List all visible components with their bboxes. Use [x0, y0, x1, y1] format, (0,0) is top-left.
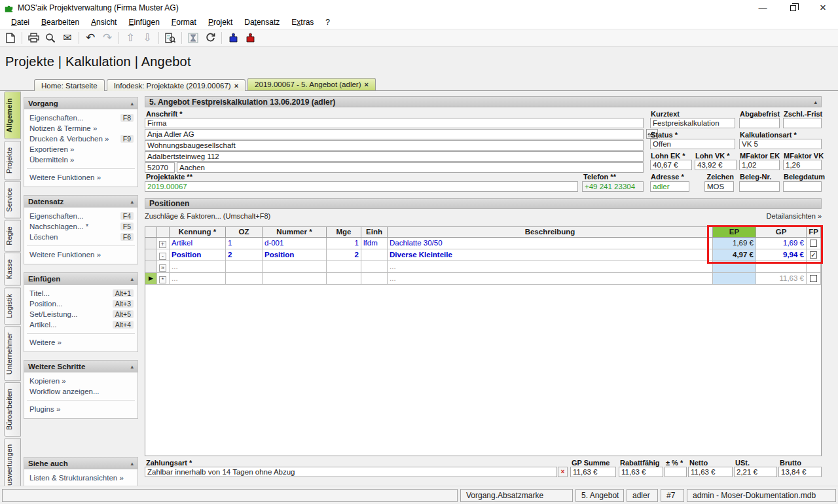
- current-row-marker[interactable]: ▶: [145, 273, 157, 285]
- menu-datensatz[interactable]: Datensatz: [238, 16, 285, 28]
- panel-datensatz-header[interactable]: Datensatz ▴: [24, 196, 137, 207]
- sidebar-item-notizen-termine[interactable]: Notizen & Termine »: [29, 123, 134, 134]
- menu-projekt[interactable]: Projekt: [202, 16, 238, 28]
- collapse-icon[interactable]: ▴: [130, 276, 134, 282]
- panel-siehe-auch-header[interactable]: Siehe auch ▴: [24, 458, 137, 469]
- redo-icon[interactable]: ↷: [100, 31, 115, 45]
- cell-beschreibung[interactable]: Diverse Kleinteile: [388, 249, 713, 261]
- cell-einh[interactable]: lfdm: [361, 238, 388, 249]
- brutto-field[interactable]: 13,84 €: [778, 467, 822, 477]
- rabattfaehig-field[interactable]: 11,63 €: [619, 467, 663, 477]
- cell-nummer[interactable]: [263, 273, 327, 285]
- zeichen-field[interactable]: MOS: [704, 181, 734, 192]
- cell-oz[interactable]: [226, 273, 263, 285]
- vtab-unternehmer[interactable]: Unternehmer: [4, 326, 21, 381]
- vtab-projekte[interactable]: Projekte: [4, 141, 21, 180]
- cell-ep[interactable]: 1,69 €: [713, 238, 756, 249]
- tab-close-icon[interactable]: ×: [365, 81, 369, 88]
- sidebar-item-eigenschaften-datensatz[interactable]: Eigenschaften...F4: [29, 211, 134, 221]
- cell-mge[interactable]: [327, 261, 361, 273]
- minimize-button[interactable]: —: [748, 0, 778, 16]
- cell-beschreibung[interactable]: Dachlatte 30/50: [388, 238, 713, 249]
- sidebar-item-loeschen[interactable]: LöschenF6: [29, 232, 134, 242]
- vtab-bueroarbeiten[interactable]: Büroarbeiten: [4, 382, 21, 437]
- zschl-frist-field[interactable]: [783, 118, 822, 128]
- fp-checkbox[interactable]: [810, 240, 817, 247]
- projektakte-field[interactable]: 2019.00067: [145, 181, 578, 192]
- ust-field[interactable]: 2,21 €: [734, 467, 777, 477]
- cell-einh[interactable]: [361, 273, 388, 285]
- cell-fp[interactable]: [807, 238, 821, 249]
- menu-extras[interactable]: Extras: [285, 16, 319, 28]
- cell-einh[interactable]: [361, 261, 388, 273]
- telefon-field[interactable]: +49 241 23304: [582, 181, 644, 192]
- sidebar-item-drucken-verbuchen[interactable]: Drucken & Verbuchen »F9: [29, 134, 134, 144]
- cell-fp[interactable]: [807, 273, 821, 285]
- expand-toggle[interactable]: -: [157, 249, 170, 261]
- anschrift-line4-field[interactable]: Adalbertsteinweg 112: [145, 151, 644, 162]
- anschrift-line3-field[interactable]: Wohnungsbaugesellschaft: [145, 140, 644, 151]
- zahlungsart-field[interactable]: Zahlbar innerhalb von 14 Tagen ohne Abzu…: [145, 467, 557, 477]
- cell-nummer[interactable]: d-001: [263, 238, 327, 249]
- fp-checkbox[interactable]: [810, 251, 817, 259]
- menu-help[interactable]: ?: [319, 16, 336, 28]
- vtab-kasse[interactable]: Kasse: [4, 253, 21, 286]
- move-down-icon[interactable]: ⇩: [139, 31, 155, 45]
- clear-zahlungsart-button[interactable]: ×: [558, 467, 568, 477]
- beleg-nr-field[interactable]: [739, 181, 780, 192]
- cell-nummer[interactable]: [263, 261, 327, 273]
- detailansichten-link[interactable]: Detailansichten »: [767, 212, 822, 220]
- plugin-install-icon[interactable]: [225, 31, 241, 45]
- cell-oz[interactable]: 1: [226, 238, 263, 249]
- col-mge[interactable]: Mge: [327, 227, 361, 238]
- collapse-icon[interactable]: ▴: [130, 363, 134, 370]
- mfaktor-vk-field[interactable]: 1,26: [783, 160, 822, 170]
- sidebar-item-position[interactable]: Position...Alt+3: [29, 298, 134, 309]
- col-kennung[interactable]: Kennung *: [170, 227, 226, 238]
- cell-nummer[interactable]: Position: [263, 249, 327, 261]
- cell-oz[interactable]: 2: [226, 249, 263, 261]
- menu-einfuegen[interactable]: Einfügen: [122, 16, 165, 28]
- expand-toggle[interactable]: »: [157, 261, 170, 273]
- document-preview-icon[interactable]: [162, 31, 178, 45]
- panel-weitere-schritte-header[interactable]: Weitere Schritte ▴: [24, 361, 137, 372]
- col-nummer[interactable]: Nummer *: [263, 227, 327, 238]
- menu-ansicht[interactable]: Ansicht: [85, 16, 122, 28]
- collapse-icon[interactable]: ▴: [130, 100, 134, 107]
- expand-toggle[interactable]: +: [157, 238, 170, 249]
- cell-fp[interactable]: [807, 249, 821, 261]
- col-einh[interactable]: Einh: [361, 227, 388, 238]
- kurztext-field[interactable]: Festpreiskalkulation: [650, 118, 735, 128]
- cell-beschreibung[interactable]: ...: [388, 273, 713, 285]
- col-fp[interactable]: FP: [807, 227, 821, 238]
- cell-ep[interactable]: 4,97 €: [713, 249, 756, 261]
- col-ep-highlighted[interactable]: EP: [713, 227, 756, 238]
- tab-close-icon[interactable]: ×: [234, 82, 238, 89]
- mfaktor-ek-field[interactable]: 1,02: [739, 160, 780, 170]
- abgabefrist-field[interactable]: [739, 118, 780, 128]
- sidebar-item-weitere[interactable]: Weitere »: [29, 337, 134, 348]
- cell-ep[interactable]: [713, 273, 756, 285]
- anschrift-line1-field[interactable]: Firma: [145, 118, 644, 128]
- plugin-remove-icon[interactable]: [242, 31, 258, 45]
- cell-gp[interactable]: 1,69 €: [756, 238, 807, 249]
- vtab-service[interactable]: Service: [4, 181, 21, 219]
- sidebar-item-nachschlagen[interactable]: Nachschlagen... *F5: [29, 221, 134, 232]
- prozent-field[interactable]: [665, 467, 687, 477]
- sidebar-item-eigenschaften-vorgang[interactable]: Eigenschaften...F8: [29, 113, 134, 123]
- cell-mge[interactable]: 2: [327, 249, 361, 261]
- sidebar-item-titel[interactable]: Titel...Alt+1: [29, 288, 134, 298]
- cell-kennung[interactable]: ...: [170, 273, 226, 285]
- collapse-minus-icon[interactable]: -: [159, 253, 166, 260]
- vtab-allgemein[interactable]: Allgemein: [4, 92, 21, 139]
- menu-datei[interactable]: Datei: [5, 16, 35, 28]
- panel-vorgang-header[interactable]: Vorgang ▴: [24, 98, 137, 109]
- cell-kennung[interactable]: Position: [170, 249, 226, 261]
- cell-fp[interactable]: [807, 261, 821, 273]
- col-beschreibung[interactable]: Beschreibung: [388, 227, 713, 238]
- expand-plus-icon[interactable]: +: [159, 241, 166, 248]
- sidebar-item-weitere-funktionen-vorgang[interactable]: Weitere Funktionen »: [29, 172, 134, 183]
- sidebar-item-artikel[interactable]: Artikel...Alt+4: [29, 319, 134, 330]
- collapse-icon[interactable]: ▴: [814, 99, 817, 105]
- expand-toggle[interactable]: *: [157, 273, 170, 285]
